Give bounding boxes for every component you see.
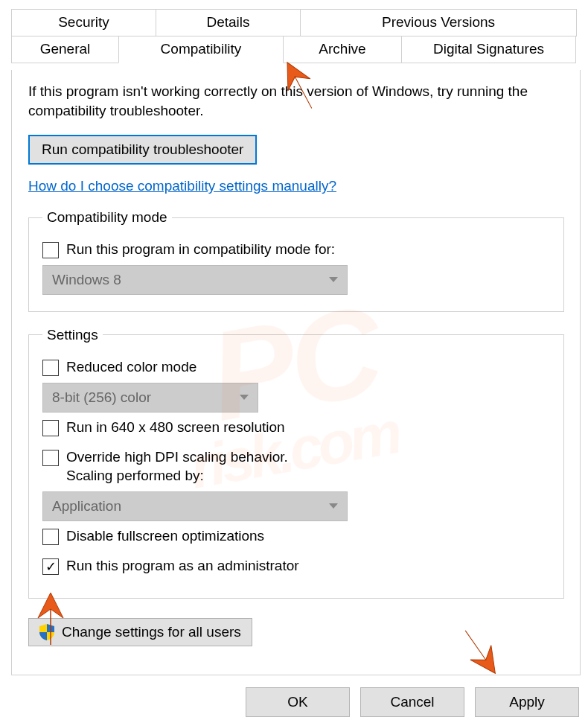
override-dpi-label: Override high DPI scaling behavior. Scal…: [66, 448, 288, 485]
intro-text: If this program isn't working correctly …: [28, 82, 564, 120]
dpi-dropdown[interactable]: Application: [42, 491, 348, 521]
color-dropdown-value: 8-bit (256) color: [52, 389, 151, 406]
compat-mode-checkbox[interactable]: [42, 242, 59, 258]
run-640-checkbox[interactable]: [42, 420, 59, 436]
cancel-button[interactable]: Cancel: [360, 687, 464, 717]
settings-group: Settings Reduced color mode 8-bit (256) …: [28, 327, 564, 599]
compat-mode-group: Compatibility mode Run this program in c…: [28, 209, 564, 312]
color-dropdown[interactable]: 8-bit (256) color: [42, 383, 258, 413]
chevron-down-icon: [329, 277, 338, 282]
run-admin-label: Run this program as an administrator: [66, 557, 299, 576]
chevron-down-icon: [329, 503, 338, 509]
chevron-down-icon: [240, 395, 249, 400]
run-admin-checkbox[interactable]: [42, 558, 59, 575]
tab-security[interactable]: Security: [11, 9, 156, 36]
reduced-color-label: Reduced color mode: [66, 358, 196, 377]
tab-general[interactable]: General: [11, 36, 119, 63]
tab-details[interactable]: Details: [156, 9, 301, 36]
change-all-users-label: Change settings for all users: [62, 624, 241, 640]
compat-mode-legend: Compatibility mode: [42, 209, 172, 226]
dpi-dropdown-value: Application: [52, 498, 121, 515]
compat-mode-dropdown-value: Windows 8: [52, 272, 121, 288]
run-640-label: Run in 640 x 480 screen resolution: [66, 418, 285, 437]
override-dpi-checkbox[interactable]: [42, 450, 59, 466]
compat-mode-label: Run this program in compatibility mode f…: [66, 241, 335, 259]
apply-button[interactable]: Apply: [475, 687, 579, 717]
tab-digital-signatures[interactable]: Digital Signatures: [401, 36, 576, 63]
help-link[interactable]: How do I choose compatibility settings m…: [28, 178, 336, 194]
tab-compatibility[interactable]: Compatibility: [118, 36, 284, 63]
disable-fullscreen-checkbox[interactable]: [42, 529, 59, 545]
tab-archive[interactable]: Archive: [283, 36, 402, 63]
disable-fullscreen-label: Disable fullscreen optimizations: [66, 527, 264, 546]
tab-previous-versions[interactable]: Previous Versions: [300, 9, 577, 36]
run-troubleshooter-button[interactable]: Run compatibility troubleshooter: [28, 135, 257, 165]
uac-shield-icon: [39, 624, 54, 640]
settings-legend: Settings: [42, 327, 103, 343]
compat-mode-dropdown[interactable]: Windows 8: [42, 265, 348, 295]
ok-button[interactable]: OK: [246, 687, 350, 717]
change-all-users-button[interactable]: Change settings for all users: [28, 618, 252, 646]
reduced-color-checkbox[interactable]: [42, 360, 59, 376]
